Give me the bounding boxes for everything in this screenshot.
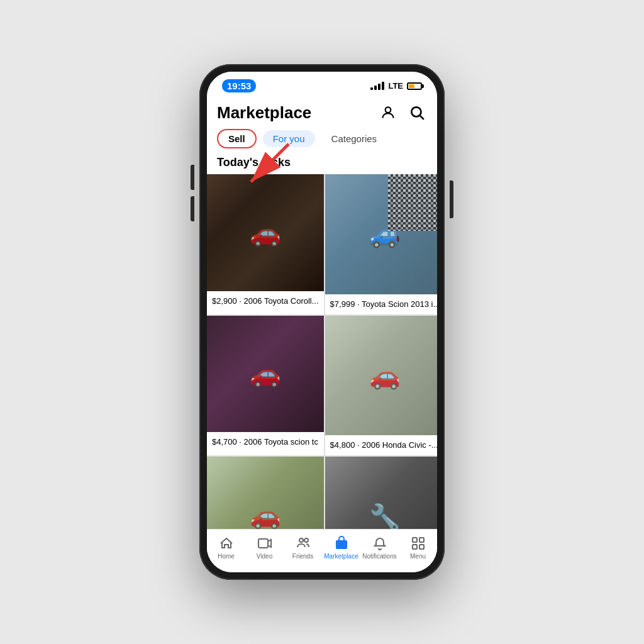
- nav-menu-label: Menu: [410, 553, 426, 560]
- status-icons: LTE: [370, 81, 422, 91]
- lte-label: LTE: [388, 81, 403, 91]
- listing-image-1: [207, 174, 324, 291]
- listing-info-4: $4,800 · 2006 Honda Civic -...: [325, 435, 437, 455]
- listing-image-6: [325, 457, 437, 529]
- car-engine-img: [325, 457, 437, 529]
- listings-grid: $2,900 · 2006 Toyota Coroll... $7,999 · …: [207, 174, 437, 529]
- listing-card-3[interactable]: $4,700 · 2006 Toyota scion tc: [207, 316, 324, 456]
- listing-image-3: [207, 316, 324, 433]
- volume-down-button[interactable]: [191, 196, 194, 221]
- listing-card-1[interactable]: $2,900 · 2006 Toyota Coroll...: [207, 174, 324, 314]
- svg-point-0: [386, 107, 391, 113]
- listing-info-3: $4,700 · 2006 Toyota scion tc: [207, 432, 324, 452]
- listing-card-5[interactable]: [207, 457, 324, 529]
- svg-rect-5: [258, 539, 268, 548]
- nav-friends-label: Friends: [292, 553, 313, 560]
- nav-tabs: Sell For you Categories: [207, 126, 437, 153]
- battery-fill: [409, 84, 414, 88]
- signal-icon: [370, 82, 384, 90]
- nav-notifications[interactable]: Notifications: [360, 536, 399, 560]
- tab-sell[interactable]: Sell: [217, 129, 257, 148]
- listing-price-title-1: $2,900 · 2006 Toyota Coroll...: [212, 296, 319, 306]
- listing-image-5: [207, 457, 324, 529]
- section-header: Today's picks: [207, 153, 437, 174]
- svg-line-2: [420, 116, 424, 119]
- nav-home-label: Home: [218, 553, 235, 560]
- tab-categories[interactable]: Categories: [321, 130, 387, 147]
- svg-rect-9: [413, 538, 417, 542]
- svg-point-1: [411, 107, 421, 116]
- listing-info-2: $7,999 · Toyota Scion 2013 i...: [325, 294, 437, 314]
- listing-price-title-3: $4,700 · 2006 Toyota scion tc: [212, 437, 318, 447]
- svg-rect-10: [419, 538, 424, 542]
- section-title: Today's picks: [217, 156, 291, 169]
- phone-screen: 19:53 LTE Marketplace: [207, 72, 437, 572]
- car-dark-img: [207, 316, 324, 433]
- nav-menu[interactable]: Menu: [399, 536, 437, 560]
- tab-foryou[interactable]: For you: [263, 130, 315, 147]
- header-icons: [378, 103, 427, 123]
- power-button[interactable]: [450, 180, 453, 218]
- nav-video-label: Video: [257, 553, 272, 560]
- search-icon[interactable]: [407, 103, 427, 123]
- nav-home[interactable]: Home: [207, 536, 245, 560]
- status-bar: 19:53 LTE: [207, 72, 437, 96]
- car-5-img: [207, 457, 324, 529]
- svg-rect-11: [413, 545, 417, 549]
- volume-up-button[interactable]: [191, 165, 194, 190]
- svg-marker-6: [268, 540, 271, 547]
- listing-price-title-2: $7,999 · Toyota Scion 2013 i...: [330, 299, 437, 309]
- svg-rect-12: [419, 545, 424, 549]
- pixelated-overlay: [388, 174, 437, 231]
- listing-card-2[interactable]: $7,999 · Toyota Scion 2013 i...: [325, 174, 437, 314]
- nav-notifications-label: Notifications: [362, 553, 396, 560]
- listing-info-1: $2,900 · 2006 Toyota Coroll...: [207, 291, 324, 311]
- svg-point-7: [299, 538, 303, 542]
- nav-marketplace-label: Marketplace: [324, 553, 358, 560]
- status-time: 19:53: [222, 79, 256, 92]
- listing-card-6[interactable]: [325, 457, 437, 529]
- listing-image-4: [325, 316, 437, 436]
- nav-friends[interactable]: Friends: [284, 536, 322, 560]
- car-interior-img: [207, 174, 324, 291]
- svg-point-8: [304, 538, 308, 542]
- car-civic-img: [325, 316, 437, 436]
- app-header: Marketplace: [207, 96, 437, 126]
- app-content: Marketplace: [207, 96, 437, 572]
- profile-icon[interactable]: [378, 103, 398, 123]
- battery-icon: [407, 82, 422, 90]
- app-title: Marketplace: [217, 103, 311, 123]
- phone-frame: 19:53 LTE Marketplace: [199, 64, 445, 580]
- nav-video[interactable]: Video: [245, 536, 284, 560]
- bottom-nav: Home Video Friends: [207, 529, 437, 572]
- listing-price-title-4: $4,800 · 2006 Honda Civic -...: [330, 440, 437, 450]
- listing-card-4[interactable]: $4,800 · 2006 Honda Civic -...: [325, 316, 437, 456]
- nav-marketplace[interactable]: Marketplace: [322, 536, 360, 560]
